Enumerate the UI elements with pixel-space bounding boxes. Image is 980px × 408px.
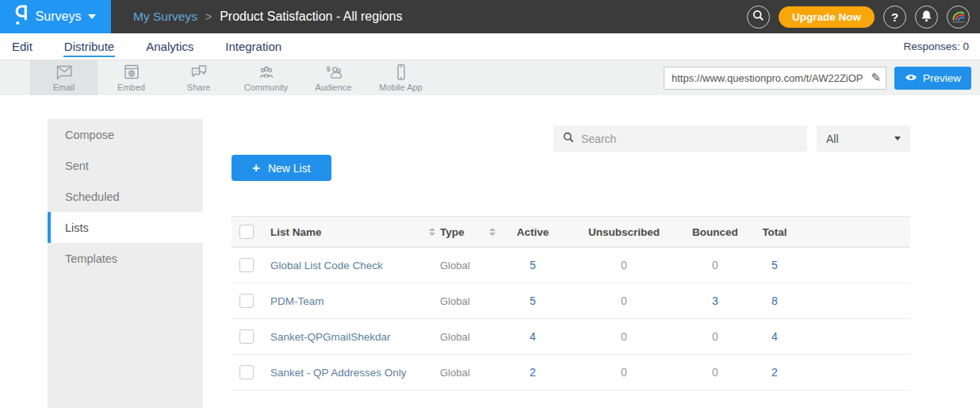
distribute-toolbar: Email Embed Share bbox=[0, 60, 980, 95]
channel-mobile-app[interactable]: Mobile App bbox=[367, 60, 434, 95]
channel-audience[interactable]: $ Audience bbox=[300, 60, 367, 95]
tab-edit[interactable]: Edit bbox=[11, 37, 33, 57]
account-avatar[interactable] bbox=[947, 6, 970, 29]
nav-tabs: Edit Distribute Analytics Integration bbox=[11, 37, 282, 57]
mobile-app-icon bbox=[392, 63, 411, 82]
audience-icon: $ bbox=[324, 63, 343, 82]
list-name-link[interactable]: PDM-Team bbox=[263, 295, 427, 307]
search-icon bbox=[563, 132, 574, 146]
sidebar-item-templates[interactable]: Templates bbox=[48, 243, 203, 274]
list-name-link[interactable]: Sanket-QPGmailShekdar bbox=[263, 331, 427, 343]
breadcrumb-my-surveys[interactable]: My Surveys bbox=[133, 10, 197, 24]
list-name-link[interactable]: Global List Code Check bbox=[263, 260, 427, 271]
channel-label: Audience bbox=[316, 83, 352, 92]
tab-integration[interactable]: Integration bbox=[224, 37, 282, 57]
channel-share[interactable]: Share bbox=[165, 60, 232, 95]
sidebar-item-sent[interactable]: Sent bbox=[48, 150, 203, 181]
bounced-count[interactable]: 3 bbox=[683, 294, 747, 307]
bounced-count[interactable]: 0 bbox=[683, 330, 747, 343]
table-row: PDM-Team Global 5 0 3 8 bbox=[232, 283, 910, 319]
total-count[interactable]: 5 bbox=[747, 259, 802, 271]
edit-url-pencil-icon[interactable]: ✎ bbox=[871, 71, 881, 85]
active-count[interactable]: 2 bbox=[501, 366, 565, 379]
new-list-label: New List bbox=[268, 162, 311, 175]
unsubscribed-count[interactable]: 0 bbox=[565, 366, 683, 379]
sidebar-item-compose[interactable]: Compose bbox=[48, 119, 203, 150]
email-sidebar: Compose Sent Scheduled Lists Templates bbox=[48, 119, 203, 408]
search-input[interactable] bbox=[581, 133, 798, 145]
notifications-button[interactable] bbox=[915, 6, 938, 29]
sort-type-icon[interactable] bbox=[484, 228, 501, 236]
sort-list-name-icon[interactable] bbox=[427, 228, 438, 236]
survey-nav: Edit Distribute Analytics Integration Re… bbox=[0, 33, 980, 60]
breadcrumb: My Surveys > Product Satisfaction - All … bbox=[133, 10, 403, 24]
select-all-checkbox[interactable] bbox=[239, 225, 254, 239]
sidebar-item-scheduled[interactable]: Scheduled bbox=[48, 181, 203, 212]
top-header: Surveys My Surveys > Product Satisfactio… bbox=[0, 0, 980, 33]
breadcrumb-separator: > bbox=[205, 10, 212, 23]
avatar-logo-icon bbox=[950, 7, 967, 27]
row-checkbox[interactable] bbox=[239, 365, 254, 379]
sidebar-item-lists[interactable]: Lists bbox=[48, 212, 203, 243]
questionpro-logo-icon bbox=[15, 5, 29, 29]
topbar-actions: Upgrade Now ? bbox=[747, 6, 980, 29]
col-bounced: Bounced bbox=[683, 226, 747, 238]
total-count[interactable]: 2 bbox=[747, 366, 802, 379]
search-icon bbox=[752, 10, 764, 24]
active-count[interactable]: 4 bbox=[501, 330, 565, 343]
col-total: Total bbox=[747, 226, 802, 238]
content-area: Compose Sent Scheduled Lists Templates A… bbox=[0, 95, 980, 408]
responses-count[interactable]: Responses: 0 bbox=[903, 40, 969, 52]
channel-label: Email bbox=[53, 83, 75, 92]
bounced-count[interactable]: 0 bbox=[683, 366, 747, 379]
total-count[interactable]: 8 bbox=[747, 294, 802, 307]
survey-title: Product Satisfaction - All regions bbox=[220, 10, 402, 24]
channel-embed[interactable]: Embed bbox=[98, 60, 165, 95]
channel-community[interactable]: Community bbox=[232, 60, 300, 95]
lists-table: List Name Type Active Unsubscribed Bounc… bbox=[232, 216, 910, 391]
share-icon bbox=[189, 63, 209, 82]
search-button[interactable] bbox=[747, 6, 770, 29]
channel-email[interactable]: Email bbox=[30, 60, 98, 95]
unsubscribed-count[interactable]: 0 bbox=[565, 294, 683, 307]
new-list-button[interactable]: + New List bbox=[232, 155, 331, 181]
col-type[interactable]: Type bbox=[438, 226, 484, 238]
row-checkbox[interactable] bbox=[239, 329, 254, 344]
community-icon bbox=[257, 63, 276, 82]
bell-icon bbox=[921, 10, 932, 25]
col-list-name[interactable]: List Name bbox=[263, 226, 427, 238]
list-filter-dropdown[interactable]: All bbox=[817, 125, 910, 152]
survey-url-input[interactable] bbox=[664, 67, 886, 90]
list-type: Global bbox=[438, 367, 484, 379]
eye-icon bbox=[905, 72, 917, 84]
list-search bbox=[553, 125, 807, 152]
bounced-count[interactable]: 0 bbox=[683, 259, 747, 271]
list-type: Global bbox=[438, 260, 484, 271]
left-gutter bbox=[0, 95, 48, 408]
table-row: Sanket - QP Addresses Only Global 2 0 0 … bbox=[232, 355, 910, 391]
preview-button[interactable]: Preview bbox=[894, 67, 971, 90]
list-name-link[interactable]: Sanket - QP Addresses Only bbox=[263, 367, 427, 379]
channel-label: Share bbox=[187, 83, 210, 92]
toolbar-right: ✎ Preview bbox=[664, 60, 980, 95]
tab-analytics[interactable]: Analytics bbox=[145, 37, 194, 57]
channel-label: Mobile App bbox=[379, 83, 422, 92]
product-switcher[interactable]: Surveys bbox=[0, 0, 111, 33]
row-checkbox[interactable] bbox=[239, 258, 254, 272]
preview-label: Preview bbox=[923, 72, 961, 84]
help-button[interactable]: ? bbox=[883, 6, 906, 29]
row-checkbox[interactable] bbox=[239, 294, 254, 308]
survey-url-wrap: ✎ bbox=[664, 67, 886, 90]
tab-distribute[interactable]: Distribute bbox=[63, 37, 115, 57]
total-count[interactable]: 4 bbox=[747, 330, 802, 343]
upgrade-now-button[interactable]: Upgrade Now bbox=[779, 6, 875, 28]
svg-text:$: $ bbox=[326, 64, 331, 73]
col-active: Active bbox=[501, 226, 565, 238]
channel-label: Embed bbox=[117, 83, 145, 92]
unsubscribed-count[interactable]: 0 bbox=[565, 259, 683, 271]
active-count[interactable]: 5 bbox=[501, 259, 565, 271]
unsubscribed-count[interactable]: 0 bbox=[565, 330, 683, 343]
lists-panel: All + New List List Name Type Active Uns… bbox=[203, 95, 980, 408]
channel-label: Community bbox=[244, 83, 289, 92]
active-count[interactable]: 5 bbox=[501, 294, 565, 307]
